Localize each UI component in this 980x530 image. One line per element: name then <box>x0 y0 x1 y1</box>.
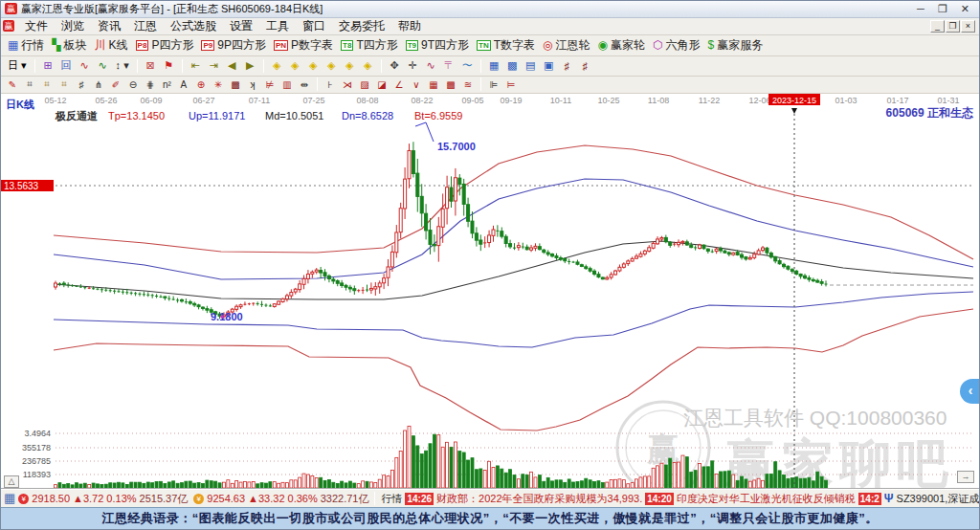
tb2-tool-icon-6[interactable]: ↕ ▾ <box>113 58 132 74</box>
toolbar-button-t-square[interactable]: T8T四方形 <box>337 36 402 55</box>
menu-item-7[interactable]: 窗口 <box>296 17 332 35</box>
volume-pane-toggle-button[interactable]: △ <box>4 475 19 488</box>
tb2-tool-icon-33[interactable]: ♯ <box>559 58 575 74</box>
toolbar-button-quotes[interactable]: ▦行情 <box>4 36 48 55</box>
sz-index-value[interactable]: 9254.63 <box>207 493 245 504</box>
tb2-tool-icon-26[interactable]: 〒 <box>441 58 457 74</box>
tb3-tool-icon-12[interactable]: ✳ <box>211 77 226 91</box>
tb2-tool-icon-9[interactable]: ⚑ <box>161 58 177 74</box>
tb2-tool-icon-19[interactable]: ◈ <box>323 58 340 74</box>
tb2-tool-icon-3[interactable]: 回 <box>58 58 75 74</box>
toolbar-button-gann-wheel[interactable]: ◎江恩轮 <box>539 36 593 55</box>
minimize-button[interactable]: ─ <box>917 3 924 15</box>
tb3-tool-icon-30[interactable]: ⊨ <box>503 77 519 91</box>
menu-item-1[interactable]: 浏览 <box>55 17 91 35</box>
tb3-tool-icon-20[interactable]: ⋊ <box>340 77 355 91</box>
tb3-tool-icon-24[interactable]: ∨ <box>409 77 424 91</box>
tb3-tool-icon-26[interactable]: ▩ <box>443 77 458 91</box>
tb3-tool-icon-6[interactable]: ✐ <box>108 77 123 91</box>
close-button[interactable]: ✕ <box>961 3 969 15</box>
kline-canvas[interactable]: 赢江恩工具软件 QQ:100800360赢家聊吧3.49643551782367… <box>1 94 979 489</box>
kline-chart-area[interactable]: 赢江恩工具软件 QQ:100800360赢家聊吧3.49643551782367… <box>1 94 979 489</box>
tb3-tool-icon-17[interactable]: ⇹ <box>297 77 312 91</box>
menu-item-6[interactable]: 工具 <box>259 17 296 35</box>
news1-text[interactable]: 财政部：2022年全国政府采购规模为34,993. <box>436 492 642 506</box>
tb3-tool-icon-10[interactable]: A <box>176 77 191 91</box>
tb3-tool-icon-27[interactable]: ≋ <box>460 77 476 91</box>
tb3-tool-icon-11[interactable]: ⊕ <box>193 77 209 91</box>
tb2-tool-icon-25[interactable]: ∿ <box>423 58 439 74</box>
tb3-tool-icon-25[interactable]: ▦ <box>426 77 441 91</box>
tb2-tool-icon-20[interactable]: ◈ <box>342 58 358 74</box>
menu-item-0[interactable]: 文件 <box>18 17 55 35</box>
sh-index-value[interactable]: 2918.50 <box>32 493 70 504</box>
market-grid-icon[interactable]: ▦ <box>4 492 15 505</box>
tb2-tool-icon-34[interactable]: ♯ <box>577 58 593 74</box>
tb2-tool-icon-18[interactable]: ◈ <box>305 58 322 74</box>
toolbar-button-winner-service[interactable]: $赢家服务 <box>704 36 768 55</box>
menu-item-2[interactable]: 资讯 <box>91 17 127 35</box>
tb3-tool-icon-3[interactable]: ⌗ <box>56 77 72 91</box>
tb2-tool-icon-8[interactable]: ⊠ <box>143 58 159 74</box>
tb3-tool-icon-1[interactable]: ⌗ <box>22 77 37 91</box>
tb2-tool-icon-13[interactable]: ◀ <box>224 58 240 74</box>
quotes-label[interactable]: 行情 <box>381 492 402 506</box>
tb2-tool-icon-24[interactable]: ✛ <box>405 58 421 74</box>
tb3-tool-icon-2[interactable]: ⌗ <box>39 77 55 91</box>
tb2-tool-icon-27[interactable]: 〜 <box>459 58 476 74</box>
scroll-right-button[interactable]: → <box>957 471 974 483</box>
tb2-tool-icon-32[interactable]: ▣ <box>541 58 557 74</box>
sidebar-collapse-button[interactable]: ‹ <box>960 379 979 404</box>
menu-item-3[interactable]: 江恩 <box>127 17 164 35</box>
tb2-tool-icon-4[interactable]: ∿ <box>77 58 93 74</box>
news2-text[interactable]: 印度决定对华工业激光机征收反倾销税 <box>677 492 856 506</box>
tb3-tool-icon-7[interactable]: ⊖ <box>125 77 141 91</box>
tb3-tool-icon-5[interactable]: ⋔ <box>91 77 106 91</box>
tb3-tool-icon-22[interactable]: ◪ <box>374 77 390 91</box>
menu-item-8[interactable]: 交易委托 <box>332 17 391 35</box>
tb2-tool-icon-0[interactable]: 日 ▾ <box>5 58 30 74</box>
maximize-button[interactable]: ❐ <box>938 3 947 15</box>
toolbar-button-p-table[interactable]: PNP数字表 <box>270 36 337 55</box>
menu-item-5[interactable]: 设置 <box>223 17 259 35</box>
tb2-tool-icon-21[interactable]: ◈ <box>360 58 376 74</box>
toolbar-button-winner-wheel[interactable]: ◉赢家轮 <box>594 36 649 55</box>
tb3-tool-icon-21[interactable]: ▨ <box>357 77 372 91</box>
tb3-tool-icon-13[interactable]: ▩ <box>228 77 243 91</box>
tb2-tool-icon-12[interactable]: ⇥ <box>206 58 222 74</box>
mdi-minimize-button[interactable]: _ <box>930 20 945 33</box>
tb2-tool-icon-11[interactable]: ⇤ <box>188 58 204 74</box>
toolbar-button-kline[interactable]: 川K线 <box>91 36 132 55</box>
tb2-tool-icon-30[interactable]: ▩ <box>504 58 521 74</box>
toolbar-button-p-square[interactable]: P8P四方形 <box>132 36 198 55</box>
tb3-tool-icon-16[interactable]: ▥ <box>279 77 295 91</box>
tb2-tool-icon-16[interactable]: ◈ <box>269 58 285 74</box>
tb3-tool-icon-14[interactable]: ʞ <box>245 77 260 91</box>
mdi-close-button[interactable]: × <box>961 20 975 33</box>
tb2-tool-icon-23[interactable]: ✥ <box>387 58 403 74</box>
toolbar-button-t-table[interactable]: TNT数字表 <box>473 36 539 55</box>
toolbar-button-hexagon[interactable]: ⬡六角形 <box>649 36 703 55</box>
tb3-tool-icon-8[interactable]: ⋕ <box>143 77 158 91</box>
tb2-tool-icon-14[interactable]: ▶ <box>242 58 258 74</box>
tb3-tool-icon-4[interactable]: ♯ <box>74 77 89 91</box>
tb2-tool-icon-2[interactable]: ⊞ <box>40 58 56 74</box>
mdi-restore-button[interactable]: ❐ <box>946 20 960 33</box>
news1-time-badge: 14:26 <box>405 493 434 505</box>
toolbar-button-9t-square[interactable]: T99T四方形 <box>402 36 473 55</box>
toolbar-button-9p-square[interactable]: P99P四方形 <box>197 36 269 55</box>
tb3-tool-icon-29[interactable]: ⊫ <box>486 77 501 91</box>
tb3-tool-icon-23[interactable]: ∠ <box>391 77 407 91</box>
tb3-tool-icon-9[interactable]: n² <box>160 77 174 91</box>
tb2-tool-icon-5[interactable]: ∿ <box>95 58 111 74</box>
tb3-tool-icon-19[interactable]: ⊦ <box>323 77 338 91</box>
tb3-tool-icon-15[interactable]: ⊭ <box>262 77 278 91</box>
menu-item-9[interactable]: 帮助 <box>391 17 428 35</box>
toolbar-button-sectors[interactable]: ▚板块 <box>48 36 90 55</box>
menu-item-4[interactable]: 公式选股 <box>164 17 223 35</box>
tb2-tool-icon-29[interactable]: ▦ <box>486 58 502 74</box>
tb3-tool-icon-0[interactable]: ✎ <box>5 77 20 91</box>
tb2-tool-icon-17[interactable]: ◈ <box>287 58 303 74</box>
tb2-tool-icon-31[interactable]: ▤ <box>523 58 539 74</box>
index-ticker[interactable]: SZ399001,深证成指 <box>897 492 979 506</box>
